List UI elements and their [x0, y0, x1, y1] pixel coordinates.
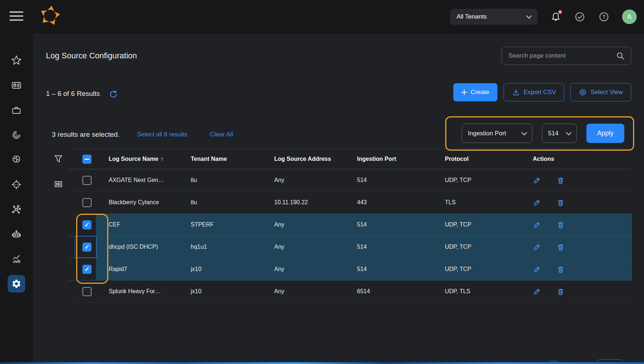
table-row[interactable]: Rapid7 jx10 Any 514 UDP, TCP — [69, 258, 632, 280]
edit-icon[interactable] — [533, 198, 541, 207]
edit-icon[interactable] — [533, 265, 541, 274]
briefcase-icon[interactable] — [8, 101, 25, 119]
column-header-log-source-address[interactable]: Log Source Address — [274, 156, 357, 162]
top-bar: All Tenants ? — [0, 0, 644, 34]
network-graph-icon[interactable] — [8, 201, 25, 218]
export-csv-button[interactable]: Export CSV — [504, 83, 565, 101]
ingestion-port: 514 — [357, 244, 445, 250]
search-input[interactable] — [508, 52, 616, 60]
tenant-selector-value: All Tenants — [457, 13, 487, 20]
protocol: UDP, TCP — [445, 266, 528, 272]
apply-button[interactable]: Apply — [586, 124, 624, 143]
robot-icon[interactable] — [8, 225, 25, 243]
tenant-selector[interactable]: All Tenants — [450, 9, 538, 25]
tenant-name: STPERF — [191, 221, 274, 228]
notification-dot — [558, 10, 562, 14]
log-source-address: Any — [274, 221, 357, 228]
delete-icon[interactable] — [556, 221, 565, 229]
bulk-field-selector[interactable]: Ingestion Port — [462, 124, 532, 143]
notifications-bell-icon[interactable] — [550, 11, 562, 23]
row-checkbox[interactable] — [82, 220, 92, 229]
refresh-icon[interactable] — [109, 89, 117, 98]
star-icon[interactable] — [8, 52, 25, 69]
delete-icon[interactable] — [556, 243, 565, 251]
tenant-name: hq1u1 — [191, 244, 274, 250]
radar-swirl-icon[interactable] — [8, 126, 25, 144]
create-button-label: Create — [471, 89, 489, 96]
column-header-ingestion-port[interactable]: Ingestion Port — [357, 156, 445, 162]
row-checkbox[interactable] — [82, 198, 92, 207]
bulk-value-selector[interactable]: 514 — [542, 124, 577, 143]
crosshair-target-icon[interactable] — [8, 176, 25, 193]
table-row[interactable]: Blackberry Cylance tlu 10.11.190.22 443 … — [69, 191, 632, 214]
filter-funnel-icon[interactable] — [53, 153, 64, 166]
log-source-name: AXGATE Next Gen… — [109, 177, 191, 183]
search-icon[interactable] — [616, 51, 625, 61]
log-source-address: Any — [274, 244, 357, 250]
bulk-field-value: Ingestion Port — [468, 130, 506, 137]
ingestion-port: 443 — [357, 199, 445, 206]
page-search[interactable] — [501, 47, 631, 65]
protocol: UDP, TLS — [445, 288, 528, 295]
select-all-link[interactable]: Select all 6 results — [137, 131, 187, 138]
columns-icon[interactable] — [53, 179, 64, 191]
row-checkbox[interactable] — [82, 287, 92, 296]
edit-icon[interactable] — [533, 176, 541, 185]
plus-icon — [461, 89, 467, 95]
create-button[interactable]: Create — [453, 83, 497, 101]
focused-cell-outline — [75, 236, 97, 258]
ingestion-port: 514 — [357, 221, 445, 228]
delete-icon[interactable] — [556, 265, 565, 274]
main-content: Log Source Configuration 1 – 6 of 6 Resu… — [33, 34, 644, 364]
clear-all-link[interactable]: Clear All — [210, 131, 233, 138]
help-icon[interactable]: ? — [598, 11, 610, 23]
gear-icon[interactable] — [8, 275, 25, 293]
column-header-actions: Actions — [528, 156, 632, 162]
download-icon — [512, 88, 520, 96]
app-window: All Tenants ? — [0, 0, 644, 364]
brand-logo-icon[interactable] — [39, 4, 61, 28]
table-row[interactable]: Splunk Heavy For… jx10 Any 6514 UDP, TLS — [69, 280, 632, 303]
delete-icon[interactable] — [556, 198, 565, 207]
edit-icon[interactable] — [533, 221, 541, 229]
ingestion-port: 6514 — [357, 288, 445, 295]
selection-count-text: 3 results are selected. — [52, 131, 120, 139]
delete-icon[interactable] — [556, 287, 565, 296]
results-summary: 1 – 6 of 6 Results — [46, 90, 100, 98]
row-checkbox[interactable] — [82, 176, 92, 185]
select-all-checkbox[interactable] — [82, 155, 92, 164]
tenant-name: jx10 — [191, 266, 274, 272]
table-row[interactable]: dhcpd (ISC DHCP) hq1u1 Any 514 UDP, TCP — [69, 236, 632, 258]
select-view-button[interactable]: Select View — [570, 83, 631, 101]
chevron-down-icon — [566, 129, 572, 135]
row-checkbox[interactable] — [82, 265, 92, 274]
hamburger-menu-icon[interactable] — [9, 11, 23, 23]
user-avatar[interactable]: A — [622, 9, 637, 24]
tenant-name: tlu — [191, 199, 274, 206]
table-row[interactable]: AXGATE Next Gen… tlu Any 514 UDP, TCP — [69, 169, 632, 191]
page-title: Log Source Configuration — [46, 51, 137, 61]
edit-icon[interactable] — [533, 243, 541, 251]
export-csv-label: Export CSV — [524, 89, 556, 96]
sort-ascending-icon[interactable]: ↑ — [160, 156, 163, 162]
column-header-tenant-name[interactable]: Tenant Name — [191, 156, 274, 162]
tenant-name: tlu — [191, 177, 274, 183]
chevron-down-icon — [521, 129, 527, 135]
analytics-chart-icon[interactable] — [8, 250, 25, 268]
column-header-protocol[interactable]: Protocol — [445, 156, 528, 162]
log-source-name: Blackberry Cylance — [109, 199, 191, 206]
column-header-log-source-name[interactable]: Log Source Name↑ — [109, 156, 191, 162]
protocol: TLS — [445, 199, 528, 206]
ingestion-port: 514 — [357, 177, 445, 183]
brain-icon[interactable] — [8, 151, 25, 169]
avatar-initial: A — [627, 13, 632, 21]
delete-icon[interactable] — [556, 176, 565, 185]
log-source-name: Rapid7 — [109, 266, 191, 272]
dashboard-card-icon[interactable] — [8, 77, 25, 94]
table-row[interactable]: CEF STPERF Any 514 UDP, TCP — [69, 214, 632, 236]
protocol: UDP, TCP — [445, 221, 528, 228]
eye-icon — [579, 88, 587, 96]
edit-icon[interactable] — [533, 287, 541, 296]
protocol: UDP, TCP — [445, 244, 528, 250]
tasks-check-icon[interactable] — [574, 11, 586, 23]
